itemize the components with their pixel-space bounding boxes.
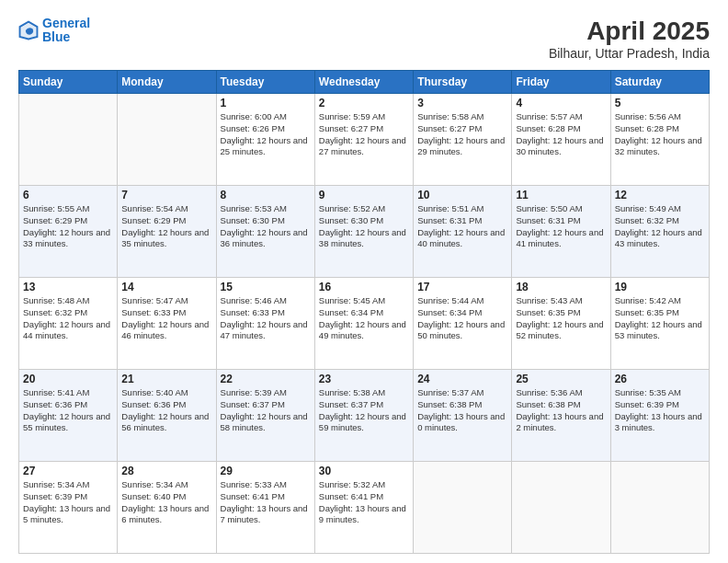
table-row: 2Sunrise: 5:59 AMSunset: 6:27 PMDaylight… xyxy=(314,94,413,186)
calendar-week-row: 6Sunrise: 5:55 AMSunset: 6:29 PMDaylight… xyxy=(19,186,710,278)
cell-info: Sunrise: 5:57 AMSunset: 6:28 PMDaylight:… xyxy=(516,111,606,158)
cell-day-number: 8 xyxy=(221,189,311,201)
table-row: 22Sunrise: 5:39 AMSunset: 6:37 PMDayligh… xyxy=(216,370,314,462)
cell-day-number: 23 xyxy=(319,373,409,385)
cell-day-number: 29 xyxy=(221,465,311,477)
table-row: 6Sunrise: 5:55 AMSunset: 6:29 PMDaylight… xyxy=(19,186,118,278)
title-block: April 2025 Bilhaur, Uttar Pradesh, India xyxy=(549,17,710,61)
header: General Blue April 2025 Bilhaur, Uttar P… xyxy=(18,17,710,61)
table-row: 19Sunrise: 5:42 AMSunset: 6:35 PMDayligh… xyxy=(610,278,709,370)
cell-info: Sunrise: 5:40 AMSunset: 6:36 PMDaylight:… xyxy=(121,387,211,434)
cell-info: Sunrise: 5:50 AMSunset: 6:31 PMDaylight:… xyxy=(516,203,606,250)
cell-day-number: 10 xyxy=(417,189,507,201)
cell-info: Sunrise: 5:33 AMSunset: 6:41 PMDaylight:… xyxy=(221,479,311,526)
cell-day-number: 4 xyxy=(516,97,606,109)
cell-day-number: 11 xyxy=(516,189,606,201)
table-row: 18Sunrise: 5:43 AMSunset: 6:35 PMDayligh… xyxy=(512,278,610,370)
cell-day-number: 2 xyxy=(319,97,409,109)
table-row: 29Sunrise: 5:33 AMSunset: 6:41 PMDayligh… xyxy=(216,462,314,554)
cell-info: Sunrise: 5:54 AMSunset: 6:29 PMDaylight:… xyxy=(121,203,211,250)
cell-info: Sunrise: 5:36 AMSunset: 6:38 PMDaylight:… xyxy=(516,387,606,434)
cell-info: Sunrise: 5:49 AMSunset: 6:32 PMDaylight:… xyxy=(615,203,705,250)
table-row: 9Sunrise: 5:52 AMSunset: 6:30 PMDaylight… xyxy=(314,186,413,278)
cell-info: Sunrise: 5:38 AMSunset: 6:37 PMDaylight:… xyxy=(319,387,409,434)
table-row: 16Sunrise: 5:45 AMSunset: 6:34 PMDayligh… xyxy=(314,278,413,370)
location-title: Bilhaur, Uttar Pradesh, India xyxy=(549,46,710,61)
table-row: 23Sunrise: 5:38 AMSunset: 6:37 PMDayligh… xyxy=(314,370,413,462)
calendar-table: Sunday Monday Tuesday Wednesday Thursday… xyxy=(18,70,710,554)
table-row: 25Sunrise: 5:36 AMSunset: 6:38 PMDayligh… xyxy=(512,370,610,462)
table-row: 11Sunrise: 5:50 AMSunset: 6:31 PMDayligh… xyxy=(512,186,610,278)
table-row: 5Sunrise: 5:56 AMSunset: 6:28 PMDaylight… xyxy=(610,94,709,186)
table-row: 17Sunrise: 5:44 AMSunset: 6:34 PMDayligh… xyxy=(414,278,512,370)
cell-day-number: 25 xyxy=(516,373,606,385)
table-row: 7Sunrise: 5:54 AMSunset: 6:29 PMDaylight… xyxy=(118,186,216,278)
cell-info: Sunrise: 5:56 AMSunset: 6:28 PMDaylight:… xyxy=(615,111,705,158)
table-row: 14Sunrise: 5:47 AMSunset: 6:33 PMDayligh… xyxy=(118,278,216,370)
table-row: 24Sunrise: 5:37 AMSunset: 6:38 PMDayligh… xyxy=(414,370,512,462)
cell-info: Sunrise: 5:44 AMSunset: 6:34 PMDaylight:… xyxy=(417,295,507,342)
cell-info: Sunrise: 5:48 AMSunset: 6:32 PMDaylight:… xyxy=(23,295,113,342)
cell-info: Sunrise: 5:43 AMSunset: 6:35 PMDaylight:… xyxy=(516,295,606,342)
table-row: 8Sunrise: 5:53 AMSunset: 6:30 PMDaylight… xyxy=(216,186,314,278)
col-thursday: Thursday xyxy=(414,71,512,94)
col-friday: Friday xyxy=(512,71,610,94)
table-row xyxy=(118,94,216,186)
cell-day-number: 6 xyxy=(23,189,113,201)
cell-info: Sunrise: 5:58 AMSunset: 6:27 PMDaylight:… xyxy=(417,111,507,158)
table-row: 30Sunrise: 5:32 AMSunset: 6:41 PMDayligh… xyxy=(314,462,413,554)
cell-info: Sunrise: 5:39 AMSunset: 6:37 PMDaylight:… xyxy=(221,387,311,434)
cell-day-number: 17 xyxy=(417,281,507,293)
cell-day-number: 18 xyxy=(516,281,606,293)
logo-icon xyxy=(18,20,39,40)
cell-day-number: 14 xyxy=(121,281,211,293)
cell-info: Sunrise: 5:41 AMSunset: 6:36 PMDaylight:… xyxy=(23,387,113,434)
cell-info: Sunrise: 5:51 AMSunset: 6:31 PMDaylight:… xyxy=(417,203,507,250)
logo: General Blue xyxy=(18,17,90,45)
cell-day-number: 24 xyxy=(417,373,507,385)
calendar-week-row: 27Sunrise: 5:34 AMSunset: 6:39 PMDayligh… xyxy=(19,462,710,554)
table-row: 4Sunrise: 5:57 AMSunset: 6:28 PMDaylight… xyxy=(512,94,610,186)
cell-day-number: 19 xyxy=(615,281,705,293)
cell-info: Sunrise: 5:55 AMSunset: 6:29 PMDaylight:… xyxy=(23,203,113,250)
table-row: 21Sunrise: 5:40 AMSunset: 6:36 PMDayligh… xyxy=(118,370,216,462)
col-monday: Monday xyxy=(118,71,216,94)
cell-day-number: 13 xyxy=(23,281,113,293)
col-wednesday: Wednesday xyxy=(314,71,413,94)
cell-info: Sunrise: 5:47 AMSunset: 6:33 PMDaylight:… xyxy=(121,295,211,342)
cell-day-number: 22 xyxy=(221,373,311,385)
col-saturday: Saturday xyxy=(610,71,709,94)
table-row: 27Sunrise: 5:34 AMSunset: 6:39 PMDayligh… xyxy=(19,462,118,554)
calendar-header-row: Sunday Monday Tuesday Wednesday Thursday… xyxy=(19,71,710,94)
cell-day-number: 16 xyxy=(319,281,409,293)
cell-day-number: 26 xyxy=(615,373,705,385)
cell-info: Sunrise: 5:45 AMSunset: 6:34 PMDaylight:… xyxy=(319,295,409,342)
cell-day-number: 21 xyxy=(121,373,211,385)
table-row: 1Sunrise: 6:00 AMSunset: 6:26 PMDaylight… xyxy=(216,94,314,186)
cell-info: Sunrise: 5:32 AMSunset: 6:41 PMDaylight:… xyxy=(319,479,409,526)
cell-day-number: 5 xyxy=(615,97,705,109)
cell-day-number: 30 xyxy=(319,465,409,477)
col-tuesday: Tuesday xyxy=(216,71,314,94)
cell-day-number: 12 xyxy=(615,189,705,201)
table-row: 10Sunrise: 5:51 AMSunset: 6:31 PMDayligh… xyxy=(414,186,512,278)
calendar-week-row: 20Sunrise: 5:41 AMSunset: 6:36 PMDayligh… xyxy=(19,370,710,462)
table-row: 3Sunrise: 5:58 AMSunset: 6:27 PMDaylight… xyxy=(414,94,512,186)
cell-info: Sunrise: 5:42 AMSunset: 6:35 PMDaylight:… xyxy=(615,295,705,342)
table-row xyxy=(19,94,118,186)
col-sunday: Sunday xyxy=(19,71,118,94)
table-row: 15Sunrise: 5:46 AMSunset: 6:33 PMDayligh… xyxy=(216,278,314,370)
table-row xyxy=(512,462,610,554)
cell-info: Sunrise: 5:52 AMSunset: 6:30 PMDaylight:… xyxy=(319,203,409,250)
cell-day-number: 27 xyxy=(23,465,113,477)
cell-info: Sunrise: 5:35 AMSunset: 6:39 PMDaylight:… xyxy=(615,387,705,434)
table-row: 13Sunrise: 5:48 AMSunset: 6:32 PMDayligh… xyxy=(19,278,118,370)
cell-day-number: 7 xyxy=(121,189,211,201)
cell-info: Sunrise: 6:00 AMSunset: 6:26 PMDaylight:… xyxy=(221,111,311,158)
cell-day-number: 9 xyxy=(319,189,409,201)
calendar-week-row: 13Sunrise: 5:48 AMSunset: 6:32 PMDayligh… xyxy=(19,278,710,370)
table-row xyxy=(610,462,709,554)
cell-day-number: 3 xyxy=(417,97,507,109)
cell-info: Sunrise: 5:59 AMSunset: 6:27 PMDaylight:… xyxy=(319,111,409,158)
table-row: 20Sunrise: 5:41 AMSunset: 6:36 PMDayligh… xyxy=(19,370,118,462)
